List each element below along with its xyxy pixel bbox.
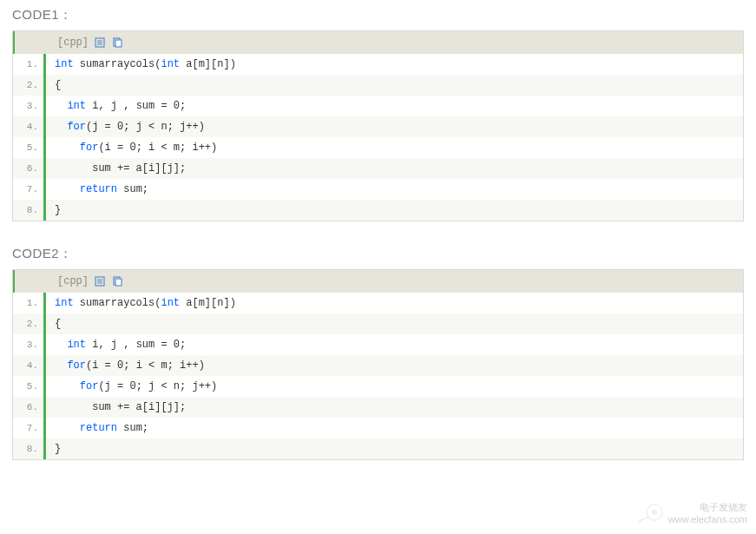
line-content: for(i = 0; i < m; i++): [55, 142, 217, 154]
svg-point-13: [652, 510, 657, 515]
line-number: 4.: [13, 360, 43, 371]
code-line: 1.int sumarraycols(int a[m][n]): [13, 54, 743, 75]
line-number: 7.: [13, 423, 43, 433]
watermark: 电子发烧友 www.elecfans.com: [635, 500, 747, 527]
code-line: 5. for(i = 0; i < m; i++): [13, 137, 743, 158]
line-bar: [43, 334, 46, 355]
line-bar: [43, 376, 46, 397]
view-plain-icon[interactable]: [94, 36, 106, 49]
line-number: 3.: [13, 340, 43, 350]
code-line: 7. return sum;: [13, 179, 743, 200]
code-line: 3. int i, j , sum = 0;: [13, 96, 743, 116]
line-number: 1.: [13, 298, 43, 308]
code2-header: [cpp]: [13, 270, 743, 293]
line-number: 6.: [13, 402, 43, 412]
code1-header: [cpp]: [13, 31, 743, 54]
code-line: 8.}: [13, 438, 743, 459]
line-bar: [43, 397, 46, 418]
line-number: 5.: [13, 381, 43, 392]
code-line: 2.{: [13, 75, 743, 96]
line-content: }: [55, 204, 61, 216]
line-bar: [43, 438, 46, 459]
line-bar: [43, 313, 46, 334]
code-line: 7. return sum;: [13, 418, 743, 438]
code-line: 4. for(j = 0; j < n; j++): [13, 116, 743, 137]
code-line: 5. for(j = 0; j < n; j++): [13, 376, 743, 397]
code2-title: CODE2：: [12, 246, 744, 262]
code-line: 4. for(i = 0; i < m; i++): [13, 355, 743, 376]
code1-lang-label: [cpp]: [57, 36, 89, 49]
line-bar: [43, 355, 46, 376]
view-plain-icon[interactable]: [94, 275, 106, 287]
line-bar: [43, 54, 46, 75]
line-bar: [43, 96, 46, 116]
code-line: 6. sum += a[i][j];: [13, 158, 743, 179]
svg-rect-11: [115, 279, 122, 286]
line-content: for(i = 0; i < m; i++): [55, 359, 205, 372]
line-content: }: [55, 443, 61, 455]
watermark-line1: 电子发烧友: [700, 501, 747, 513]
code1-body: 1.int sumarraycols(int a[m][n])2.{3. int…: [13, 54, 743, 221]
line-number: 5.: [13, 142, 43, 153]
code2-lang-label: [cpp]: [57, 275, 89, 287]
code1-title: CODE1：: [12, 7, 744, 23]
code2-block: [cpp] 1.int sumarraycols(int a[m][n])2.{…: [12, 269, 744, 460]
line-content: for(j = 0; j < n; j++): [55, 121, 205, 133]
line-bar: [43, 179, 46, 200]
line-content: sum += a[i][j];: [55, 162, 186, 175]
line-content: int sumarraycols(int a[m][n]): [55, 58, 236, 70]
copy-icon[interactable]: [111, 36, 123, 49]
line-content: {: [55, 318, 61, 330]
watermark-line2: www.elecfans.com: [668, 513, 747, 525]
code-line: 6. sum += a[i][j];: [13, 397, 743, 418]
line-number: 4.: [13, 122, 43, 132]
line-content: int i, j , sum = 0;: [55, 100, 186, 112]
copy-icon[interactable]: [111, 275, 123, 287]
line-bar: [43, 158, 46, 179]
code1-block: [cpp] 1.int sumarraycols(int a[m][n])2.{…: [12, 30, 744, 221]
code-line: 2.{: [13, 313, 743, 334]
line-number: 2.: [13, 319, 43, 329]
line-content: return sum;: [55, 183, 148, 195]
code-line: 1.int sumarraycols(int a[m][n]): [13, 293, 743, 313]
line-bar: [43, 418, 46, 438]
line-content: sum += a[i][j];: [55, 401, 186, 413]
line-number: 3.: [13, 101, 43, 111]
line-number: 7.: [13, 184, 43, 194]
code-line: 3. int i, j , sum = 0;: [13, 334, 743, 355]
watermark-icon: [635, 500, 663, 527]
svg-rect-5: [115, 40, 122, 47]
line-bar: [43, 116, 46, 137]
line-bar: [43, 200, 46, 221]
line-bar: [43, 293, 46, 313]
line-number: 2.: [13, 80, 43, 90]
line-number: 6.: [13, 163, 43, 174]
line-bar: [43, 137, 46, 158]
line-number: 8.: [13, 444, 43, 454]
line-number: 1.: [13, 59, 43, 69]
line-content: int sumarraycols(int a[m][n]): [55, 297, 236, 309]
line-number: 8.: [13, 205, 43, 215]
line-content: for(j = 0; j < n; j++): [55, 380, 217, 392]
code-line: 8.}: [13, 200, 743, 221]
code2-body: 1.int sumarraycols(int a[m][n])2.{3. int…: [13, 293, 743, 459]
line-content: {: [55, 79, 61, 91]
line-bar: [43, 75, 46, 96]
line-content: return sum;: [55, 422, 148, 434]
line-content: int i, j , sum = 0;: [55, 339, 186, 351]
